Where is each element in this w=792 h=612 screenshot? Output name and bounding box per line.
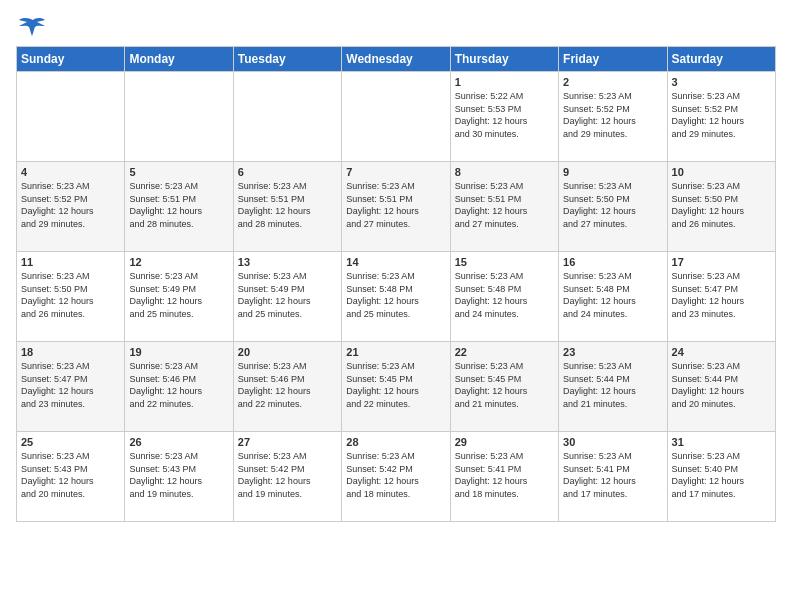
header-day-wednesday: Wednesday: [342, 47, 450, 72]
week-row-2: 4Sunrise: 5:23 AMSunset: 5:52 PMDaylight…: [17, 162, 776, 252]
day-number: 9: [563, 166, 662, 178]
calendar-cell: 20Sunrise: 5:23 AMSunset: 5:46 PMDayligh…: [233, 342, 341, 432]
calendar-header: SundayMondayTuesdayWednesdayThursdayFrid…: [17, 47, 776, 72]
day-number: 21: [346, 346, 445, 358]
calendar-cell: 27Sunrise: 5:23 AMSunset: 5:42 PMDayligh…: [233, 432, 341, 522]
cell-content: Sunrise: 5:23 AMSunset: 5:44 PMDaylight:…: [563, 360, 662, 410]
cell-content: Sunrise: 5:23 AMSunset: 5:48 PMDaylight:…: [563, 270, 662, 320]
day-number: 31: [672, 436, 771, 448]
day-number: 13: [238, 256, 337, 268]
logo: [16, 16, 47, 38]
calendar-cell: 24Sunrise: 5:23 AMSunset: 5:44 PMDayligh…: [667, 342, 775, 432]
calendar-cell: 10Sunrise: 5:23 AMSunset: 5:50 PMDayligh…: [667, 162, 775, 252]
calendar-cell: [125, 72, 233, 162]
logo-bird-icon: [19, 16, 47, 38]
calendar-body: 1Sunrise: 5:22 AMSunset: 5:53 PMDaylight…: [17, 72, 776, 522]
calendar-cell: 19Sunrise: 5:23 AMSunset: 5:46 PMDayligh…: [125, 342, 233, 432]
header-day-monday: Monday: [125, 47, 233, 72]
calendar-cell: 16Sunrise: 5:23 AMSunset: 5:48 PMDayligh…: [559, 252, 667, 342]
calendar-cell: 8Sunrise: 5:23 AMSunset: 5:51 PMDaylight…: [450, 162, 558, 252]
week-row-1: 1Sunrise: 5:22 AMSunset: 5:53 PMDaylight…: [17, 72, 776, 162]
calendar-cell: 11Sunrise: 5:23 AMSunset: 5:50 PMDayligh…: [17, 252, 125, 342]
calendar-cell: 31Sunrise: 5:23 AMSunset: 5:40 PMDayligh…: [667, 432, 775, 522]
header: [16, 16, 776, 38]
cell-content: Sunrise: 5:23 AMSunset: 5:45 PMDaylight:…: [346, 360, 445, 410]
calendar-cell: [17, 72, 125, 162]
cell-content: Sunrise: 5:23 AMSunset: 5:41 PMDaylight:…: [563, 450, 662, 500]
calendar-table: SundayMondayTuesdayWednesdayThursdayFrid…: [16, 46, 776, 522]
cell-content: Sunrise: 5:23 AMSunset: 5:44 PMDaylight:…: [672, 360, 771, 410]
day-number: 2: [563, 76, 662, 88]
cell-content: Sunrise: 5:23 AMSunset: 5:51 PMDaylight:…: [455, 180, 554, 230]
calendar-cell: 6Sunrise: 5:23 AMSunset: 5:51 PMDaylight…: [233, 162, 341, 252]
calendar-cell: 25Sunrise: 5:23 AMSunset: 5:43 PMDayligh…: [17, 432, 125, 522]
calendar-cell: [342, 72, 450, 162]
cell-content: Sunrise: 5:23 AMSunset: 5:51 PMDaylight:…: [129, 180, 228, 230]
day-number: 29: [455, 436, 554, 448]
cell-content: Sunrise: 5:23 AMSunset: 5:45 PMDaylight:…: [455, 360, 554, 410]
day-number: 3: [672, 76, 771, 88]
day-number: 30: [563, 436, 662, 448]
header-day-saturday: Saturday: [667, 47, 775, 72]
header-day-friday: Friday: [559, 47, 667, 72]
cell-content: Sunrise: 5:23 AMSunset: 5:50 PMDaylight:…: [563, 180, 662, 230]
cell-content: Sunrise: 5:23 AMSunset: 5:47 PMDaylight:…: [672, 270, 771, 320]
calendar-cell: 13Sunrise: 5:23 AMSunset: 5:49 PMDayligh…: [233, 252, 341, 342]
calendar-cell: 15Sunrise: 5:23 AMSunset: 5:48 PMDayligh…: [450, 252, 558, 342]
header-day-sunday: Sunday: [17, 47, 125, 72]
day-number: 10: [672, 166, 771, 178]
cell-content: Sunrise: 5:23 AMSunset: 5:47 PMDaylight:…: [21, 360, 120, 410]
cell-content: Sunrise: 5:22 AMSunset: 5:53 PMDaylight:…: [455, 90, 554, 140]
cell-content: Sunrise: 5:23 AMSunset: 5:50 PMDaylight:…: [21, 270, 120, 320]
header-day-tuesday: Tuesday: [233, 47, 341, 72]
header-row: SundayMondayTuesdayWednesdayThursdayFrid…: [17, 47, 776, 72]
cell-content: Sunrise: 5:23 AMSunset: 5:46 PMDaylight:…: [238, 360, 337, 410]
cell-content: Sunrise: 5:23 AMSunset: 5:48 PMDaylight:…: [346, 270, 445, 320]
calendar-cell: 28Sunrise: 5:23 AMSunset: 5:42 PMDayligh…: [342, 432, 450, 522]
day-number: 15: [455, 256, 554, 268]
calendar-cell: 4Sunrise: 5:23 AMSunset: 5:52 PMDaylight…: [17, 162, 125, 252]
cell-content: Sunrise: 5:23 AMSunset: 5:51 PMDaylight:…: [346, 180, 445, 230]
calendar-cell: 17Sunrise: 5:23 AMSunset: 5:47 PMDayligh…: [667, 252, 775, 342]
cell-content: Sunrise: 5:23 AMSunset: 5:43 PMDaylight:…: [129, 450, 228, 500]
day-number: 1: [455, 76, 554, 88]
day-number: 7: [346, 166, 445, 178]
calendar-cell: 18Sunrise: 5:23 AMSunset: 5:47 PMDayligh…: [17, 342, 125, 432]
cell-content: Sunrise: 5:23 AMSunset: 5:52 PMDaylight:…: [672, 90, 771, 140]
day-number: 12: [129, 256, 228, 268]
cell-content: Sunrise: 5:23 AMSunset: 5:41 PMDaylight:…: [455, 450, 554, 500]
day-number: 20: [238, 346, 337, 358]
calendar-cell: 1Sunrise: 5:22 AMSunset: 5:53 PMDaylight…: [450, 72, 558, 162]
day-number: 22: [455, 346, 554, 358]
cell-content: Sunrise: 5:23 AMSunset: 5:52 PMDaylight:…: [21, 180, 120, 230]
day-number: 5: [129, 166, 228, 178]
calendar-cell: 30Sunrise: 5:23 AMSunset: 5:41 PMDayligh…: [559, 432, 667, 522]
cell-content: Sunrise: 5:23 AMSunset: 5:43 PMDaylight:…: [21, 450, 120, 500]
calendar-cell: 2Sunrise: 5:23 AMSunset: 5:52 PMDaylight…: [559, 72, 667, 162]
day-number: 28: [346, 436, 445, 448]
day-number: 6: [238, 166, 337, 178]
week-row-4: 18Sunrise: 5:23 AMSunset: 5:47 PMDayligh…: [17, 342, 776, 432]
calendar-cell: 21Sunrise: 5:23 AMSunset: 5:45 PMDayligh…: [342, 342, 450, 432]
calendar-cell: 5Sunrise: 5:23 AMSunset: 5:51 PMDaylight…: [125, 162, 233, 252]
day-number: 25: [21, 436, 120, 448]
day-number: 16: [563, 256, 662, 268]
cell-content: Sunrise: 5:23 AMSunset: 5:49 PMDaylight:…: [238, 270, 337, 320]
calendar-cell: 23Sunrise: 5:23 AMSunset: 5:44 PMDayligh…: [559, 342, 667, 432]
day-number: 11: [21, 256, 120, 268]
week-row-3: 11Sunrise: 5:23 AMSunset: 5:50 PMDayligh…: [17, 252, 776, 342]
day-number: 19: [129, 346, 228, 358]
day-number: 17: [672, 256, 771, 268]
calendar-cell: 22Sunrise: 5:23 AMSunset: 5:45 PMDayligh…: [450, 342, 558, 432]
calendar-cell: 7Sunrise: 5:23 AMSunset: 5:51 PMDaylight…: [342, 162, 450, 252]
cell-content: Sunrise: 5:23 AMSunset: 5:49 PMDaylight:…: [129, 270, 228, 320]
calendar-cell: 3Sunrise: 5:23 AMSunset: 5:52 PMDaylight…: [667, 72, 775, 162]
cell-content: Sunrise: 5:23 AMSunset: 5:51 PMDaylight:…: [238, 180, 337, 230]
cell-content: Sunrise: 5:23 AMSunset: 5:52 PMDaylight:…: [563, 90, 662, 140]
calendar-cell: 14Sunrise: 5:23 AMSunset: 5:48 PMDayligh…: [342, 252, 450, 342]
calendar-cell: 9Sunrise: 5:23 AMSunset: 5:50 PMDaylight…: [559, 162, 667, 252]
day-number: 14: [346, 256, 445, 268]
header-day-thursday: Thursday: [450, 47, 558, 72]
day-number: 8: [455, 166, 554, 178]
day-number: 27: [238, 436, 337, 448]
